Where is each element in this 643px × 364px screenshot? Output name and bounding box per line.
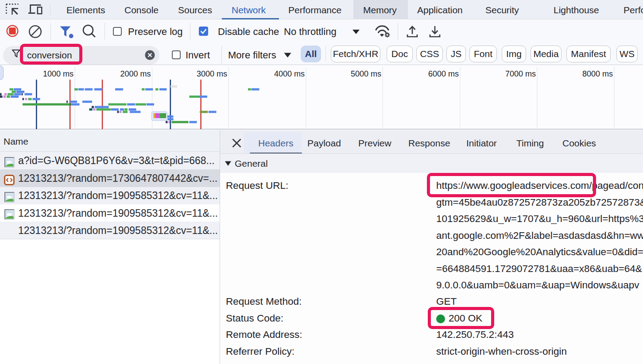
svg-text:6000 ms: 6000 ms (428, 69, 459, 78)
svg-text:1000 ms: 1000 ms (43, 69, 74, 78)
svg-text:5000 ms: 5000 ms (351, 69, 381, 78)
svg-text:7000 ms: 7000 ms (505, 69, 536, 78)
svg-text:8000 ms: 8000 ms (582, 69, 613, 78)
svg-text:3000 ms: 3000 ms (197, 69, 227, 78)
svg-text:2000 ms: 2000 ms (120, 69, 151, 78)
svg-text:4000 ms: 4000 ms (274, 69, 305, 78)
